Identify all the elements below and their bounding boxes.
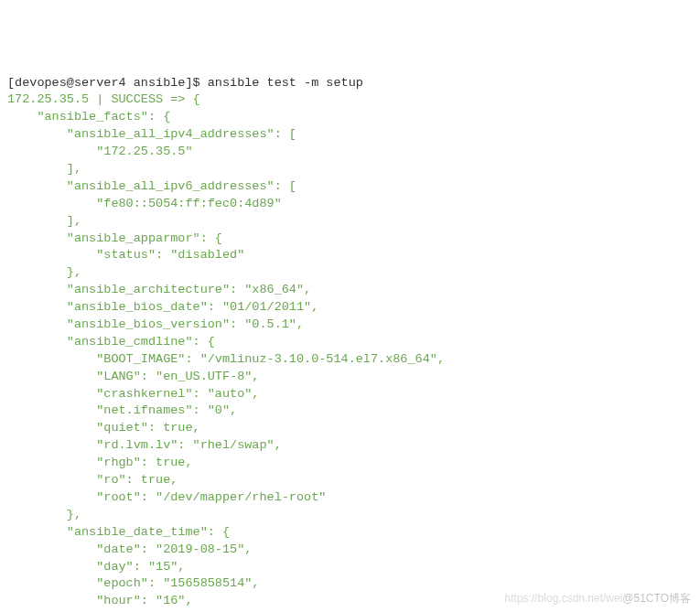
output-line: "rhgb": true,	[7, 456, 193, 469]
output-line: "ansible_facts": {	[7, 110, 170, 123]
output-line: ],	[7, 214, 81, 228]
output-line: "LANG": "en_US.UTF-8",	[7, 370, 259, 383]
output-line: "ansible_all_ipv4_addresses": [	[7, 127, 296, 141]
output-line: ],	[7, 162, 81, 176]
output-line: "ansible_bios_date": "01/01/2011",	[7, 300, 318, 314]
output-line: "day": "15",	[7, 560, 185, 574]
output-line: },	[7, 265, 81, 279]
output-line: "root": "/dev/mapper/rhel-root"	[7, 490, 326, 504]
output-line: "172.25.35.5"	[7, 145, 193, 158]
output-line: "rd.lvm.lv": "rhel/swap",	[7, 438, 282, 452]
output-line: "ansible_cmdline": {	[7, 335, 215, 349]
output-line: "quiet": true,	[7, 421, 200, 435]
output-line: "BOOT_IMAGE": "/vmlinuz-3.10.0-514.el7.x…	[7, 352, 445, 366]
output-line: "ro": true,	[7, 473, 178, 487]
output-line: "ansible_apparmor": {	[7, 231, 222, 245]
watermark-faint: https://blog.csdn.net/wei	[505, 592, 623, 605]
shell-prompt: [devopes@server4 ansible]$	[7, 76, 208, 90]
output-line: "epoch": "1565858514",	[7, 576, 259, 590]
output-line: "ansible_all_ipv6_addresses": [	[7, 179, 296, 193]
watermark-text: @51CTO博客	[622, 592, 691, 605]
watermark: https://blog.csdn.net/wei@51CTO博客	[505, 591, 691, 607]
output-line: "status": "disabled"	[7, 248, 244, 262]
output-line: "ansible_date_time": {	[7, 525, 230, 539]
output-line: "fe80::5054:ff:fec0:4d89"	[7, 197, 282, 210]
output-line: 172.25.35.5 | SUCCESS => {	[7, 92, 200, 106]
terminal-output: [devopes@server4 ansible]$ ansible test …	[7, 75, 693, 612]
shell-command: ansible test -m setup	[208, 76, 363, 90]
output-line: "net.ifnames": "0",	[7, 403, 237, 417]
output-line: "hour": "16",	[7, 594, 193, 607]
output-line: "crashkernel": "auto",	[7, 387, 259, 401]
output-line: },	[7, 508, 81, 521]
output-line: "ansible_architecture": "x86_64",	[7, 283, 311, 296]
output-line: "ansible_bios_version": "0.5.1",	[7, 317, 304, 331]
output-line: "date": "2019-08-15",	[7, 542, 252, 556]
